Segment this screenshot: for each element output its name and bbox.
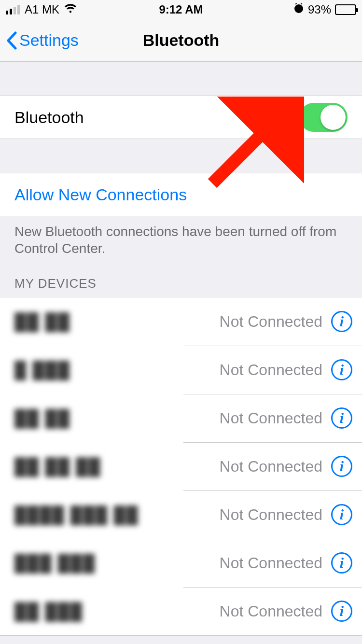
clock-label: 9:12 AM — [123, 3, 239, 16]
alarm-icon — [293, 3, 304, 16]
device-name: ████ ███ ██ — [14, 505, 139, 524]
device-row[interactable]: ██ ██ Not Connected i — [0, 394, 362, 442]
nav-bar: Settings Bluetooth — [0, 19, 362, 62]
info-icon[interactable]: i — [331, 601, 352, 622]
info-icon[interactable]: i — [331, 504, 352, 525]
cell-signal-icon — [6, 5, 20, 14]
device-status: Not Connected — [220, 361, 322, 379]
info-icon[interactable]: i — [331, 359, 352, 380]
battery-icon — [335, 4, 356, 15]
device-name: ███ ███ — [14, 554, 96, 573]
my-devices-list: ██ ██ Not Connected i █ ███ Not Connecte… — [0, 297, 362, 636]
switch-knob — [320, 105, 346, 130]
device-name: ██ ██ — [14, 312, 70, 331]
back-button[interactable]: Settings — [6, 31, 79, 50]
device-status: Not Connected — [220, 458, 322, 476]
wifi-icon — [64, 3, 77, 16]
status-left: A1 MK — [6, 3, 123, 16]
allow-new-connections-row[interactable]: Allow New Connections — [0, 173, 362, 216]
back-label: Settings — [19, 31, 79, 50]
bluetooth-toggle-row[interactable]: Bluetooth — [0, 96, 362, 139]
device-row[interactable]: █ ███ Not Connected i — [0, 346, 362, 394]
status-bar: A1 MK 9:12 AM 93% — [0, 0, 362, 19]
bluetooth-toggle-label: Bluetooth — [14, 108, 84, 127]
chevron-left-icon — [6, 31, 17, 50]
info-icon[interactable]: i — [331, 407, 352, 429]
carrier-label: A1 MK — [25, 3, 59, 16]
device-row[interactable]: ██ ██ ██ Not Connected i — [0, 442, 362, 490]
other-devices-header: OTHER DEVICES — [0, 636, 362, 644]
device-name: ██ ██ — [14, 409, 70, 428]
device-name: █ ███ — [14, 361, 70, 379]
battery-pct-label: 93% — [308, 3, 331, 16]
device-status: Not Connected — [220, 602, 322, 620]
device-row[interactable]: ██ ███ Not Connected i — [0, 587, 362, 635]
footer-note: New Bluetooth connections have been turn… — [0, 216, 362, 257]
device-row[interactable]: ███ ███ Not Connected i — [0, 539, 362, 587]
device-name: ██ ███ — [14, 602, 83, 621]
spacer — [0, 62, 362, 96]
allow-new-connections-label: Allow New Connections — [14, 185, 187, 204]
device-row[interactable]: ██ ██ Not Connected i — [0, 297, 362, 346]
device-status: Not Connected — [220, 506, 322, 524]
status-right: 93% — [239, 3, 356, 16]
bluetooth-switch[interactable] — [299, 103, 348, 132]
device-name: ██ ██ ██ — [14, 457, 101, 476]
info-icon[interactable]: i — [331, 311, 352, 332]
spacer — [0, 139, 362, 173]
my-devices-header: MY DEVICES — [0, 257, 362, 297]
info-icon[interactable]: i — [331, 552, 352, 574]
device-row[interactable]: ████ ███ ██ Not Connected i — [0, 490, 362, 539]
device-status: Not Connected — [220, 409, 322, 427]
info-icon[interactable]: i — [331, 456, 352, 477]
device-status: Not Connected — [220, 313, 322, 331]
device-status: Not Connected — [220, 554, 322, 572]
